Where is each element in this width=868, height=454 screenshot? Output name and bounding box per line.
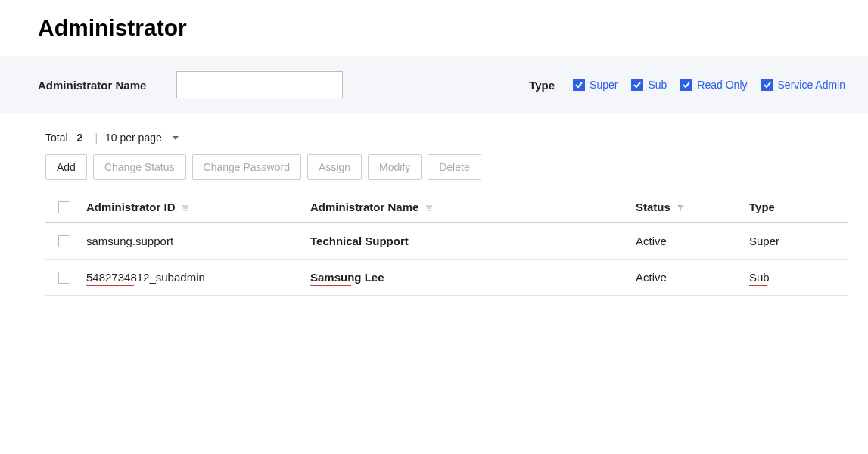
toolbar: Add Change Status Change Password Assign… — [0, 154, 868, 191]
col-name[interactable]: Administrator Name — [310, 201, 636, 213]
sort-icon — [182, 204, 189, 212]
type-serviceadmin-label: Service Admin — [778, 79, 845, 91]
per-page-select[interactable]: 10 per page — [105, 132, 179, 144]
divider: | — [95, 132, 98, 144]
table-header-row: Administrator ID Administrator Name Stat… — [45, 191, 848, 223]
total-label: Total — [45, 132, 68, 144]
cell-type: Sub — [749, 271, 832, 284]
type-sub-checkbox[interactable]: Sub — [631, 79, 667, 91]
col-status[interactable]: Status — [636, 201, 749, 213]
cell-status: Active — [636, 235, 749, 247]
type-super-checkbox[interactable]: Super — [573, 79, 618, 91]
col-type[interactable]: Type — [749, 201, 832, 213]
cell-type: Super — [749, 235, 832, 247]
check-icon — [573, 79, 585, 91]
page-title: Administrator — [0, 15, 868, 56]
cell-admin-id: samsung.support — [83, 235, 310, 247]
col-status-label: Status — [636, 201, 670, 213]
annotated-type: Sub — [749, 271, 770, 284]
cell-admin-name: Samsung Lee — [310, 271, 636, 284]
col-id-label: Administrator ID — [86, 201, 176, 213]
col-id[interactable]: Administrator ID — [83, 201, 310, 213]
select-all-checkbox[interactable] — [58, 201, 70, 213]
add-button[interactable]: Add — [45, 154, 87, 180]
row-checkbox[interactable] — [58, 272, 70, 284]
cell-admin-id: 5482734812_subadmin — [83, 271, 310, 284]
type-super-label: Super — [590, 79, 618, 91]
type-readonly-label: Read Only — [697, 79, 747, 91]
sort-icon — [425, 204, 433, 212]
caret-down-icon — [173, 136, 179, 140]
table-row[interactable]: samsung.support Technical Support Active… — [45, 223, 848, 260]
change-status-button[interactable]: Change Status — [93, 154, 186, 180]
cell-admin-name: Technical Support — [310, 235, 636, 247]
annotated-id: 5482734812_subadmin — [86, 271, 205, 284]
delete-button[interactable]: Delete — [428, 154, 481, 180]
total-value: 2 — [77, 132, 83, 144]
check-icon — [761, 79, 773, 91]
type-serviceadmin-checkbox[interactable]: Service Admin — [761, 79, 845, 91]
filter-bar: Administrator Name Type Super Sub Read O… — [0, 56, 868, 114]
annotated-name: Samsung Lee — [310, 271, 384, 284]
type-label: Type — [529, 79, 555, 92]
check-icon — [631, 79, 643, 91]
change-password-button[interactable]: Change Password — [192, 154, 301, 180]
table-row[interactable]: 5482734812_subadmin Samsung Lee Active S… — [45, 260, 848, 296]
per-page-label: 10 per page — [105, 132, 162, 144]
col-type-label: Type — [749, 201, 775, 213]
check-icon — [680, 79, 692, 91]
cell-status: Active — [636, 271, 749, 284]
assign-button[interactable]: Assign — [307, 154, 362, 180]
meta-row: Total 2 | 10 per page — [0, 114, 868, 154]
admin-name-input[interactable] — [176, 71, 343, 98]
admin-table: Administrator ID Administrator Name Stat… — [45, 191, 848, 296]
type-sub-label: Sub — [648, 79, 667, 91]
col-name-label: Administrator Name — [310, 201, 418, 213]
admin-name-label: Administrator Name — [38, 79, 146, 92]
row-checkbox[interactable] — [58, 235, 70, 247]
modify-button[interactable]: Modify — [368, 154, 422, 180]
filter-icon — [677, 204, 684, 212]
type-readonly-checkbox[interactable]: Read Only — [680, 79, 747, 91]
